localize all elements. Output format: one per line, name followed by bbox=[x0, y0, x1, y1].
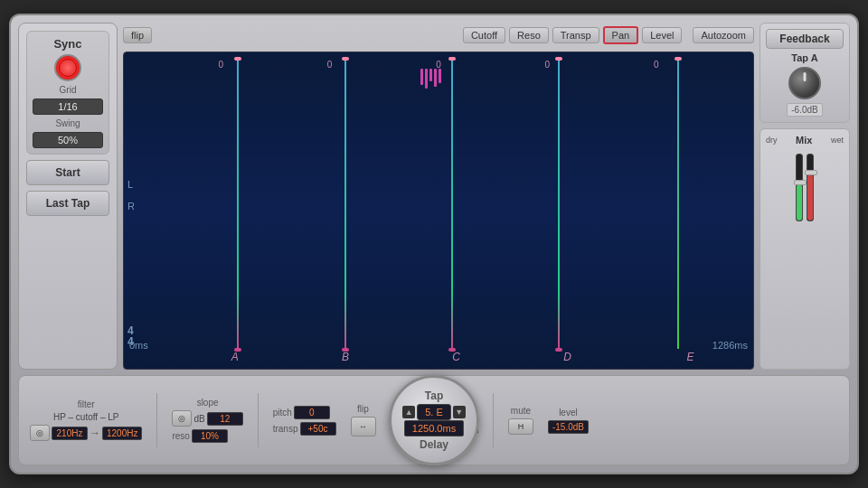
mix-section: dry Mix wet bbox=[760, 128, 850, 370]
display-header: flip Cutoff Reso Transp Pan Level Autozo… bbox=[123, 23, 754, 48]
flip-section: flip ↔ bbox=[351, 404, 376, 436]
swing-label: Swing bbox=[55, 118, 80, 128]
slope-value[interactable]: 12 bbox=[207, 412, 243, 426]
reso-row: reso 10% bbox=[172, 429, 242, 443]
plugin-container: Sync Grid 1/16 Swing 50% Start Last Tap … bbox=[9, 14, 859, 474]
tap-up-btn[interactable]: ▲ bbox=[402, 406, 415, 418]
slope-value-row: ◎ dB 12 bbox=[172, 410, 242, 427]
mix-dry-label: dry bbox=[766, 136, 778, 145]
start-button[interactable]: Start bbox=[26, 160, 109, 185]
lr-labels: L R bbox=[127, 179, 135, 211]
filter-icon-btn[interactable]: ◎ bbox=[30, 425, 50, 441]
flip-button[interactable]: flip bbox=[123, 27, 152, 43]
pitch-value[interactable]: 0 bbox=[294, 406, 330, 419]
tap-letter-c: C bbox=[452, 351, 460, 363]
tap-line-d[interactable] bbox=[558, 60, 560, 349]
filter-value-row: ◎ 210Hz → 1200Hz bbox=[30, 425, 142, 441]
sync-button[interactable] bbox=[54, 54, 81, 81]
main-area: Sync Grid 1/16 Swing 50% Start Last Tap … bbox=[18, 23, 850, 370]
sync-label: Sync bbox=[53, 37, 81, 51]
fader-area bbox=[766, 149, 844, 221]
filter-type: HP – cutoff – LP bbox=[30, 412, 142, 422]
autozoom-button[interactable]: Autozoom bbox=[693, 27, 754, 43]
dry-fader-handle[interactable] bbox=[794, 180, 807, 185]
tap-dial-value-row: ▲ 5. E ▼ bbox=[402, 404, 466, 420]
wet-fader-track bbox=[807, 154, 814, 221]
grid-label: Grid bbox=[60, 85, 77, 95]
pan-indicator bbox=[420, 69, 441, 89]
slope-label: slope bbox=[172, 398, 242, 408]
time-start: 0ms bbox=[129, 340, 148, 351]
transp-value[interactable]: +50c bbox=[300, 422, 336, 436]
separator-2 bbox=[258, 393, 259, 447]
slope-unit: dB bbox=[193, 414, 204, 424]
tap-down-btn[interactable]: ▼ bbox=[453, 406, 466, 418]
filter-freq[interactable]: 210Hz bbox=[52, 427, 88, 440]
zero-markers: 0 0 0 0 0 bbox=[124, 60, 753, 70]
last-tap-button[interactable]: Last Tap bbox=[26, 191, 109, 216]
mute-btn[interactable]: H bbox=[508, 418, 533, 435]
slope-section: slope ◎ dB 12 reso 10% bbox=[172, 398, 242, 443]
right-panel: Feedback Tap A -6.0dB dry Mix wet bbox=[760, 23, 850, 370]
dry-fader-track bbox=[796, 154, 803, 221]
filter-section: filter HP – cutoff – LP ◎ 210Hz → 1200Hz bbox=[30, 399, 142, 441]
pitch-section: pitch 0 transp +50c bbox=[273, 406, 336, 436]
tap-letter-e: E bbox=[686, 351, 693, 363]
reso-button[interactable]: Reso bbox=[509, 27, 549, 43]
feedback-knob[interactable] bbox=[788, 67, 821, 99]
tap-line-e[interactable] bbox=[677, 60, 679, 349]
level-value[interactable]: -15.0dB bbox=[548, 420, 589, 434]
reso-value[interactable]: 10% bbox=[192, 429, 228, 443]
separator-3 bbox=[493, 393, 494, 447]
display-area: flip Cutoff Reso Transp Pan Level Autozo… bbox=[123, 23, 754, 370]
mix-label: Mix bbox=[796, 135, 812, 145]
swing-value[interactable]: 50% bbox=[33, 132, 103, 148]
separator-1 bbox=[156, 393, 157, 447]
reso-label: reso bbox=[172, 431, 189, 441]
pitch-row: pitch 0 bbox=[273, 406, 336, 419]
left-panel: Sync Grid 1/16 Swing 50% Start Last Tap bbox=[18, 23, 118, 370]
level-label: level bbox=[548, 408, 589, 418]
sync-button-inner bbox=[59, 59, 77, 77]
grid-value[interactable]: 1/16 bbox=[33, 99, 103, 115]
tap-num-display: 5. E bbox=[417, 404, 451, 420]
mute-label: mute bbox=[508, 406, 533, 416]
feedback-button[interactable]: Feedback bbox=[766, 29, 844, 49]
mix-header: dry Mix wet bbox=[766, 135, 844, 145]
l-label: L bbox=[127, 179, 135, 190]
pitch-label: pitch bbox=[273, 408, 292, 418]
filter-freq2[interactable]: 1200Hz bbox=[102, 427, 142, 440]
mix-wet-label: wet bbox=[831, 136, 844, 145]
sync-section: Sync Grid 1/16 Swing 50% bbox=[26, 31, 109, 155]
bottom-bar: filter HP – cutoff – LP ◎ 210Hz → 1200Hz… bbox=[18, 375, 850, 465]
tap-letter-d: D bbox=[563, 351, 571, 363]
tap-dial-bottom-label: Delay bbox=[420, 438, 448, 451]
tap-dial[interactable]: Tap ▲ 5. E ▼ 1250.0ms Delay bbox=[389, 375, 479, 465]
tap-letters-row: A B C D E bbox=[124, 351, 753, 363]
tap-delay-display[interactable]: 1250.0ms bbox=[404, 420, 464, 436]
wet-fader-handle[interactable] bbox=[805, 170, 817, 175]
cutoff-button[interactable]: Cutoff bbox=[463, 27, 505, 43]
tap-letter-a: A bbox=[231, 351, 239, 363]
slope-icon-btn[interactable]: ◎ bbox=[172, 410, 192, 427]
filter-label: filter bbox=[30, 399, 142, 409]
tap-line-a[interactable] bbox=[237, 60, 239, 349]
level-button[interactable]: Level bbox=[642, 27, 682, 43]
transp-label: transp bbox=[273, 424, 298, 434]
transp-button[interactable]: Transp bbox=[552, 27, 599, 43]
tap-line-b[interactable] bbox=[344, 60, 346, 349]
time-end: 1286ms bbox=[712, 340, 748, 351]
flip-icon-btn[interactable]: ↔ bbox=[351, 417, 376, 436]
r-label: R bbox=[127, 201, 135, 211]
filter-arrow: → bbox=[90, 427, 100, 439]
tap-letter-b: B bbox=[342, 351, 349, 363]
level-section: level -15.0dB bbox=[548, 408, 589, 434]
tap-line-c[interactable] bbox=[451, 60, 453, 349]
mute-section: mute H bbox=[508, 406, 533, 435]
waveform-display: L R 44 0ms 1286ms A B C D E 0 bbox=[123, 52, 754, 370]
feedback-db: -6.0dB bbox=[787, 103, 822, 117]
tap-a-label: Tap A bbox=[791, 52, 817, 63]
pan-button[interactable]: Pan bbox=[603, 26, 639, 44]
flip-bottom-label: flip bbox=[351, 404, 376, 414]
transp-row: transp +50c bbox=[273, 422, 336, 436]
